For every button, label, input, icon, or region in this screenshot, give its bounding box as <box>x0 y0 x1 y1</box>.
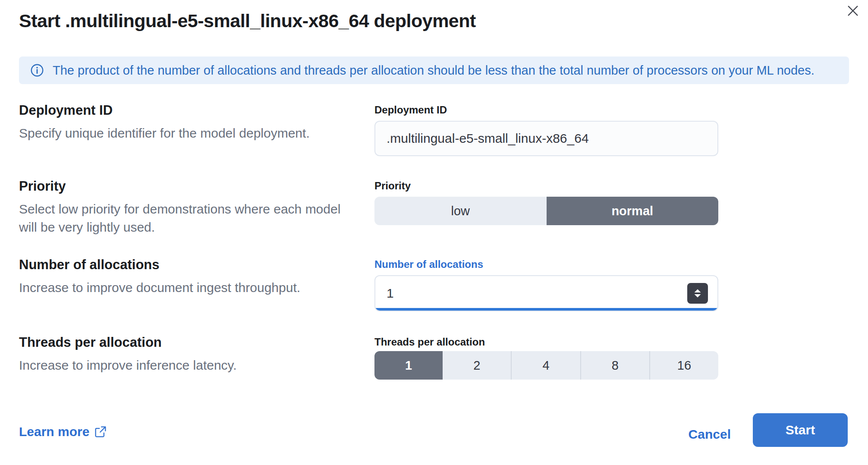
threads-option-2[interactable]: 2 <box>443 351 511 380</box>
deployment-id-input[interactable] <box>374 121 718 156</box>
number-stepper-icon <box>692 288 703 299</box>
priority-field-label: Priority <box>374 179 411 192</box>
threads-option-4[interactable]: 4 <box>511 351 580 380</box>
form-row-deployment-id: Deployment ID Specify unique identifier … <box>19 102 849 178</box>
learn-more-link[interactable]: Learn more <box>19 424 107 439</box>
close-button[interactable] <box>845 3 861 19</box>
info-icon <box>30 63 44 77</box>
deployment-id-heading: Deployment ID <box>19 102 347 119</box>
info-callout: The product of the number of allocations… <box>19 57 849 84</box>
priority-description: Select low priority for demonstrations w… <box>19 200 360 236</box>
form-row-allocations: Number of allocations Increase to improv… <box>19 256 849 334</box>
form-row-priority: Priority Select low priority for demonst… <box>19 178 849 256</box>
priority-heading: Priority <box>19 178 347 195</box>
start-button[interactable]: Start <box>753 413 848 447</box>
focus-underline <box>375 308 717 311</box>
modal-title: Start .multilingual-e5-small_linux-x86_6… <box>19 9 476 32</box>
callout-text: The product of the number of allocations… <box>53 63 815 78</box>
allocations-field <box>374 275 718 311</box>
allocations-field-label: Number of allocations <box>374 258 483 271</box>
threads-button-group: 1 2 4 8 16 <box>374 351 718 380</box>
allocations-description: Increase to improve document ingest thro… <box>19 279 360 297</box>
threads-field-label: Threads per allocation <box>374 336 485 349</box>
priority-option-normal[interactable]: normal <box>547 197 719 225</box>
allocations-input[interactable] <box>375 276 717 311</box>
learn-more-label: Learn more <box>19 424 89 439</box>
start-deployment-modal: Start .multilingual-e5-small_linux-x86_6… <box>0 0 868 465</box>
form-row-threads: Threads per allocation Increase to impro… <box>19 334 849 394</box>
priority-button-group: low normal <box>374 197 718 225</box>
allocations-heading: Number of allocations <box>19 256 347 273</box>
cancel-button[interactable]: Cancel <box>689 427 731 442</box>
deployment-id-field-label: Deployment ID <box>374 104 447 116</box>
threads-option-8[interactable]: 8 <box>580 351 649 380</box>
threads-option-16[interactable]: 16 <box>649 351 718 380</box>
threads-heading: Threads per allocation <box>19 334 347 351</box>
threads-option-1[interactable]: 1 <box>374 351 443 380</box>
threads-description: Increase to improve inference latency. <box>19 356 360 374</box>
priority-option-low[interactable]: low <box>374 197 547 225</box>
close-icon <box>846 4 859 17</box>
external-link-icon <box>94 426 107 438</box>
allocations-stepper[interactable] <box>687 283 708 304</box>
deployment-id-description: Specify unique identifier for the model … <box>19 124 360 142</box>
